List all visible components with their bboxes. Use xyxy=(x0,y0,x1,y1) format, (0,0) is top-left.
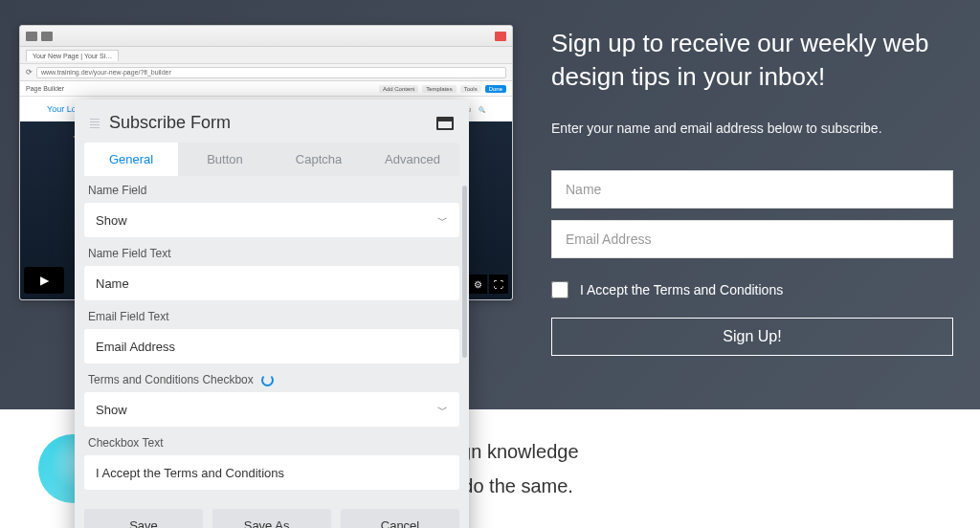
cb-text-input[interactable]: I Accept the Terms and Conditions xyxy=(84,455,459,490)
tools-button[interactable]: Tools xyxy=(460,85,481,93)
modal-header: Subscribe Form xyxy=(75,99,469,143)
browser-titlebar xyxy=(20,26,512,47)
tab-general[interactable]: General xyxy=(84,143,178,176)
name-input[interactable] xyxy=(551,170,953,209)
window-minimize-icon[interactable] xyxy=(26,32,37,41)
terms-row: I Accept the Terms and Conditions xyxy=(551,281,953,298)
window-icon[interactable] xyxy=(436,117,454,130)
tab-captcha[interactable]: Captcha xyxy=(272,143,366,176)
signup-subheading: Enter your name and email address below … xyxy=(551,121,953,136)
video-controls: ▶ xyxy=(24,267,64,294)
tab-advanced[interactable]: Advanced xyxy=(366,143,459,176)
gear-icon[interactable]: ⚙ xyxy=(468,275,487,294)
url-input[interactable]: www.training.dev/your-new-page/?fl_build… xyxy=(36,67,506,78)
signup-heading: Sign up to receive our weekly web design… xyxy=(551,27,953,94)
save-as-button[interactable]: Save As... xyxy=(212,509,331,528)
fullscreen-icon[interactable]: ⛶ xyxy=(489,275,508,294)
tab-button[interactable]: Button xyxy=(178,143,272,176)
loading-spinner-icon xyxy=(261,374,274,386)
browser-tab[interactable]: Your New Page | Your Si… xyxy=(26,50,119,61)
browser-tabstrip: Your New Page | Your Si… xyxy=(20,47,512,64)
terms-checkbox[interactable] xyxy=(551,281,568,298)
name-field-label: Name Field xyxy=(84,184,459,197)
settings-modal: Subscribe Form General Button Captcha Ad… xyxy=(75,99,469,528)
email-text-label: Email Field Text xyxy=(84,310,459,323)
builder-toolbar: Page Builder Add Content Templates Tools… xyxy=(20,81,512,97)
terms-cb-value: Show xyxy=(96,403,127,417)
email-text-input[interactable]: Email Address xyxy=(84,329,459,363)
builder-label: Page Builder xyxy=(26,85,64,92)
modal-body: Name Field Show ﹀ Name Field Text Name E… xyxy=(75,176,469,490)
modal-title: Subscribe Form xyxy=(109,113,436,133)
cancel-button[interactable]: Cancel xyxy=(341,509,459,528)
name-field-select[interactable]: Show ﹀ xyxy=(84,203,459,237)
window-maximize-icon[interactable] xyxy=(41,32,53,41)
name-field-value: Show xyxy=(96,213,127,228)
chevron-down-icon: ﹀ xyxy=(437,403,448,417)
signup-button[interactable]: Sign Up! xyxy=(551,318,953,356)
chevron-down-icon: ﹀ xyxy=(437,213,448,228)
window-close-icon[interactable] xyxy=(495,32,506,41)
save-button[interactable]: Save xyxy=(84,509,203,528)
search-icon[interactable]: 🔍 xyxy=(479,106,485,113)
video-right-controls: ⚙ ⛶ xyxy=(468,275,508,294)
terms-label: I Accept the Terms and Conditions xyxy=(580,282,783,297)
play-button[interactable]: ▶ xyxy=(24,267,64,294)
scrollbar[interactable] xyxy=(462,186,467,358)
name-text-value: Name xyxy=(96,276,129,291)
templates-button[interactable]: Templates xyxy=(422,85,456,93)
drag-handle-icon[interactable] xyxy=(90,119,100,128)
email-text-value: Email Address xyxy=(96,340,175,354)
done-button[interactable]: Done xyxy=(485,85,506,93)
browser-address-bar: ⟳ www.training.dev/your-new-page/?fl_bui… xyxy=(20,64,512,81)
cb-text-label: Checkbox Text xyxy=(84,436,459,450)
modal-footer: Save Save As... Cancel xyxy=(75,499,469,528)
modal-tabs: General Button Captcha Advanced xyxy=(84,143,459,176)
email-input[interactable] xyxy=(551,220,953,258)
terms-cb-select[interactable]: Show ﹀ xyxy=(84,392,459,427)
signup-panel: Sign up to receive our weekly web design… xyxy=(551,27,953,356)
cb-text-value: I Accept the Terms and Conditions xyxy=(96,466,284,480)
terms-cb-label: Terms and Conditions Checkbox xyxy=(84,373,459,386)
name-text-label: Name Field Text xyxy=(84,247,459,260)
terms-cb-label-text: Terms and Conditions Checkbox xyxy=(88,373,254,386)
name-text-input[interactable]: Name xyxy=(84,266,459,300)
add-content-button[interactable]: Add Content xyxy=(379,85,418,93)
reload-icon[interactable]: ⟳ xyxy=(26,68,33,77)
